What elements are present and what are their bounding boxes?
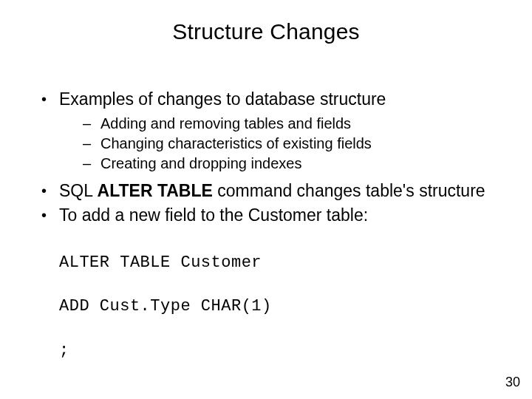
sql-code-block: ALTER TABLE Customer ADD Cust.Type CHAR(… bbox=[59, 230, 502, 383]
code-line-2: ADD Cust.Type CHAR(1) bbox=[59, 296, 502, 318]
bullet-add-field: To add a new field to the Customer table… bbox=[37, 205, 502, 226]
slide-body: Examples of changes to database structur… bbox=[37, 89, 502, 383]
sub-bullet-add-remove: Adding and removing tables and fields bbox=[59, 115, 502, 133]
sub-bullet-indexes: Creating and dropping indexes bbox=[59, 154, 502, 173]
bullet-text: To add a new field to the Customer table… bbox=[59, 205, 368, 225]
bullet-alter-table: SQL ALTER TABLE command changes table's … bbox=[37, 180, 502, 202]
bullet-text-post: command changes table's structure bbox=[213, 181, 485, 200]
code-line-3: ; bbox=[59, 340, 502, 362]
bullet-text: Examples of changes to database structur… bbox=[59, 89, 386, 109]
slide-title: Structure Changes bbox=[0, 0, 532, 44]
bullet-text-bold: ALTER TABLE bbox=[98, 181, 213, 200]
slide: Structure Changes Examples of changes to… bbox=[0, 0, 532, 399]
bullet-list: Examples of changes to database structur… bbox=[37, 89, 502, 225]
bullet-examples: Examples of changes to database structur… bbox=[37, 89, 502, 173]
sub-bullet-change-chars: Changing characteristics of existing fie… bbox=[59, 134, 502, 153]
sub-bullet-list: Adding and removing tables and fields Ch… bbox=[59, 115, 502, 173]
code-line-1: ALTER TABLE Customer bbox=[59, 252, 502, 274]
bullet-text-pre: SQL bbox=[59, 181, 98, 200]
page-number: 30 bbox=[505, 375, 520, 390]
